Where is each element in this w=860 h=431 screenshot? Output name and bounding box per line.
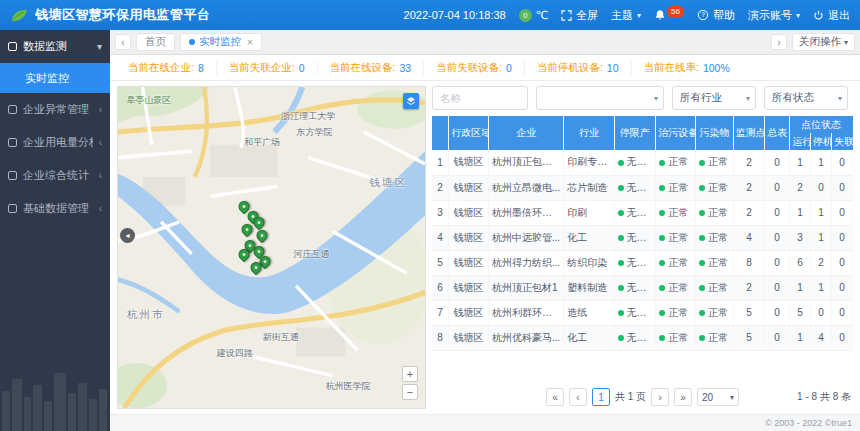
table-row[interactable]: 3钱塘区杭州墨倍环保科...印刷无计划正常正常20110 [432, 200, 853, 225]
tabs-scroll-right-icon[interactable]: › [771, 34, 787, 50]
monitor-icon [8, 42, 17, 51]
skyline-watermark [0, 361, 110, 431]
status-dot-icon [699, 285, 705, 291]
name-search-input[interactable] [432, 86, 528, 110]
status-dot-icon [618, 210, 624, 216]
chevron-down-icon: ▾ [654, 94, 658, 103]
stat-label: 当前停机设备: [537, 61, 603, 75]
map-pin-icon[interactable] [255, 228, 271, 244]
sidebar-subitem[interactable]: 实时监控 [0, 63, 110, 93]
theme-dropdown[interactable]: 主题▾ [611, 8, 641, 23]
col-limit: 停限产 [614, 116, 656, 150]
status-dot-icon [659, 235, 665, 241]
pagination: « ‹ 1 共 1 页 › » 20▾ 1 - 8 共 8 条 [432, 383, 853, 409]
bell-icon [654, 9, 666, 21]
map-label: 东方学院 [296, 125, 332, 138]
col-running: 运行 [790, 133, 811, 150]
map-label: 皋亭山景区 [126, 93, 171, 106]
alarm-count-badge: 56 [667, 6, 684, 18]
col-industry: 行业 [564, 116, 614, 150]
sidebar-item[interactable]: 企业综合统计‹ [0, 159, 110, 192]
current-page-button[interactable]: 1 [592, 388, 610, 406]
status-dot-icon [659, 310, 665, 316]
database-icon [8, 204, 17, 213]
alarm-bell-button[interactable]: 56 [654, 9, 684, 21]
sidebar-item-label: 数据监测 [23, 39, 91, 54]
stat-label: 当前在线设备: [330, 61, 396, 75]
sidebar-item[interactable]: 企业用电量分析‹ [0, 126, 110, 159]
chevron-icon: ‹ [99, 137, 102, 148]
map-layers-button[interactable] [403, 93, 419, 109]
filter-select-blank[interactable]: ▾ [536, 86, 664, 110]
stat-item: 当前在线设备:33 [318, 61, 425, 75]
sidebar-item[interactable]: 企业异常管理‹ [0, 93, 110, 126]
chevron-icon: ‹ [99, 170, 102, 181]
status-dot-icon [618, 335, 624, 341]
account-dropdown[interactable]: 演示账号▾ [748, 8, 800, 23]
tab-bar: ‹ 首页 实时监控 × › 关闭操作▾ [110, 30, 860, 55]
status-dot-icon [699, 310, 705, 316]
map-label: 杭州医学院 [326, 379, 371, 392]
stat-item: 当前停机设备:10 [525, 61, 632, 75]
last-page-button[interactable]: » [674, 388, 692, 406]
col-pollutant: 污染物 [696, 116, 734, 150]
tabs-scroll-left-icon[interactable]: ‹ [115, 34, 131, 50]
stat-value: 33 [399, 62, 411, 74]
footer: © 2003 - 2022 ©true1 [110, 414, 860, 431]
status-dot-icon [699, 160, 705, 166]
stat-value: 0 [299, 62, 305, 74]
status-dot-icon [618, 260, 624, 266]
sidebar-item-label: 企业异常管理 [23, 102, 93, 117]
sidebar-item[interactable]: 基础数据管理‹ [0, 192, 110, 225]
status-dot-icon [659, 285, 665, 291]
copyright-text: © 2003 - 2022 ©true1 [765, 418, 852, 428]
status-dot-icon [659, 185, 665, 191]
fullscreen-button[interactable]: 全屏 [561, 8, 598, 23]
map-label: 浙江理工大学 [281, 109, 335, 122]
table-row[interactable]: 4钱塘区杭州中远胶管...化工无计划正常正常40310 [432, 225, 853, 250]
col-stopped: 停机 [811, 133, 832, 150]
stat-label: 当前失联企业: [229, 61, 295, 75]
table-row[interactable]: 8钱塘区杭州优科豪马...化工无计划正常正常50140 [432, 325, 853, 350]
app-window: 钱塘区智慧环保用电监管平台 2022-07-04 10:18:38 0 ℃ 全屏… [0, 0, 860, 431]
first-page-button[interactable]: « [546, 388, 564, 406]
content-area: 皋亭山景区浙江理工大学东方学院和平广场钱塘区河庄互通杭州市新街互通建设四路杭州医… [110, 81, 860, 414]
chart-icon [8, 171, 17, 180]
zoom-in-button[interactable]: + [402, 366, 418, 382]
tab-realtime-monitor[interactable]: 实时监控 × [180, 33, 262, 51]
enterprise-table: 行政区域 企业 行业 停限产 治污设备 污染物 监测点 总表 点位状态 [432, 116, 853, 351]
sidebar-item[interactable]: 数据监测▾ [0, 30, 110, 63]
sidebar: 数据监测▾实时监控企业异常管理‹企业用电量分析‹企业综合统计‹基础数据管理‹ [0, 30, 110, 431]
stat-value: 10 [607, 62, 619, 74]
chevron-down-icon: ▾ [637, 11, 641, 20]
stat-item: 当前失联设备:0 [424, 61, 525, 75]
bolt-icon [8, 138, 17, 147]
table-row[interactable]: 5钱塘区杭州得力纺织...纺织印染无计划正常正常80620 [432, 250, 853, 275]
main-area: ‹ 首页 实时监控 × › 关闭操作▾ 当前在线企业:8当前失联企业:0当前在线 [110, 30, 860, 431]
stat-item: 当前失联企业:0 [217, 61, 318, 75]
sidebar-menu: 数据监测▾实时监控企业异常管理‹企业用电量分析‹企业综合统计‹基础数据管理‹ [0, 30, 110, 225]
map-label: 新街互通 [263, 331, 299, 344]
industry-select[interactable]: 所有行业▾ [672, 86, 756, 110]
status-dot-icon [699, 185, 705, 191]
logout-button[interactable]: 退出 [813, 8, 850, 23]
help-button[interactable]: ? 帮助 [697, 8, 735, 23]
prev-page-button[interactable]: ‹ [569, 388, 587, 406]
table-row[interactable]: 1钱塘区杭州顶正包材有...印刷专业设备制造无计划正常正常20110 [432, 150, 853, 175]
chevron-down-icon: ▾ [796, 11, 800, 20]
tab-home[interactable]: 首页 [136, 33, 175, 51]
next-page-button[interactable]: › [651, 388, 669, 406]
tab-close-icon[interactable]: × [247, 37, 253, 48]
table-row[interactable]: 6钱塘区杭州顶正包材1塑料制造无计划正常正常20110 [432, 275, 853, 300]
page-size-select[interactable]: 20▾ [697, 388, 739, 406]
stat-value: 8 [198, 62, 204, 74]
zoom-out-button[interactable]: − [402, 384, 418, 400]
table-row[interactable]: 7钱塘区杭州利群环保纸...造纸无计划正常正常50500 [432, 300, 853, 325]
close-operations-dropdown[interactable]: 关闭操作▾ [792, 33, 855, 51]
status-select[interactable]: 所有状态▾ [764, 86, 848, 110]
col-group-point-status: 点位状态 [790, 116, 853, 133]
table-row[interactable]: 2钱塘区杭州立昂微电...芯片制造无计划正常正常20200 [432, 175, 853, 200]
weather-temp-icon: 0 [519, 9, 532, 22]
table-header: 行政区域 企业 行业 停限产 治污设备 污染物 监测点 总表 点位状态 [432, 116, 853, 150]
map-panel[interactable]: 皋亭山景区浙江理工大学东方学院和平广场钱塘区河庄互通杭州市新街互通建设四路杭州医… [117, 86, 426, 409]
